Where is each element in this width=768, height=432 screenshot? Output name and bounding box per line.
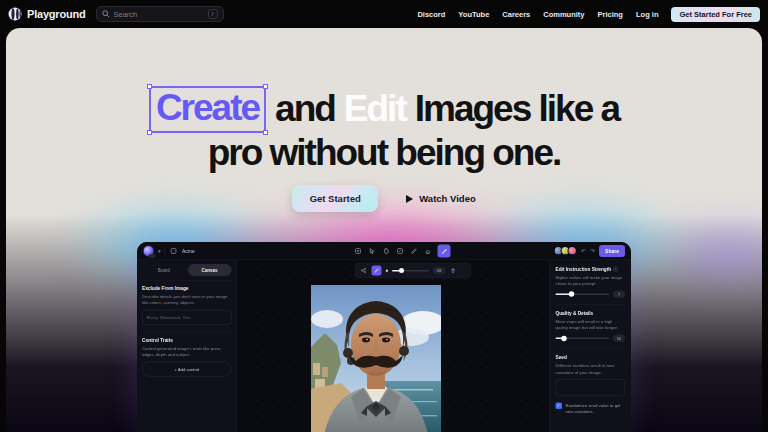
tab-canvas[interactable]: Canvas — [188, 264, 232, 276]
create-word-selection-box[interactable]: Create — [149, 86, 266, 133]
share-button[interactable]: Share — [599, 245, 625, 257]
search-box[interactable]: / — [96, 6, 224, 22]
brush-icon-active[interactable] — [372, 266, 382, 276]
left-sidebar: Board Canvas Exclude From Image Describe… — [137, 260, 237, 432]
generated-image-portrait[interactable] — [311, 285, 441, 432]
search-icon — [102, 10, 110, 18]
play-icon — [406, 195, 413, 203]
pencil-tool-icon[interactable] — [410, 247, 419, 256]
right-sidebar: Edit Instruction Strength i Higher value… — [549, 260, 631, 432]
brush-tool-icon-active[interactable] — [438, 245, 451, 258]
brand-name: Playground — [27, 8, 86, 20]
aurora-glow-purple-right — [654, 210, 762, 295]
redo-icon[interactable]: ↷ — [590, 248, 595, 254]
top-navbar: Playground / Discord YouTube Careers Com… — [0, 0, 768, 28]
hero-heading: Create and Edit Images like a pro withou… — [6, 86, 762, 173]
heading-word-edit: Edit — [344, 89, 406, 130]
get-started-free-button[interactable]: Get Started For Free — [671, 7, 760, 22]
control-traits-title: Control Traits — [142, 337, 232, 343]
slider-thumb[interactable] — [569, 291, 575, 297]
quality-slider[interactable] — [556, 338, 610, 340]
search-input[interactable] — [114, 10, 204, 19]
search-shortcut-badge: / — [208, 9, 218, 19]
exclude-input[interactable] — [142, 310, 232, 325]
eraser-tool-icon[interactable] — [424, 247, 433, 256]
app-logo-icon[interactable] — [143, 245, 154, 256]
nav-link-careers[interactable]: Careers — [502, 10, 530, 19]
strength-desc: Higher values will make your image close… — [556, 274, 626, 286]
divider — [165, 246, 166, 255]
divider — [556, 348, 626, 349]
app-topbar: ▾ Acme — [137, 242, 631, 260]
randomize-seed-label: Randomize seed value to get new variatio… — [566, 402, 626, 414]
nav-link-pricing[interactable]: Pricing — [598, 10, 623, 19]
exclude-title: Exclude From Image — [142, 286, 232, 292]
heading-word-and: and — [275, 89, 335, 130]
watch-video-button[interactable]: Watch Video — [406, 193, 475, 204]
nav-link-discord[interactable]: Discord — [417, 10, 445, 19]
canvas-area[interactable]: 68 — [237, 260, 549, 432]
collaborator-avatars — [554, 246, 578, 256]
slider-thumb[interactable] — [399, 268, 404, 273]
playground-logo-icon — [8, 7, 22, 21]
pan-hand-icon[interactable] — [382, 247, 391, 256]
divider — [556, 304, 626, 305]
strength-title: Edit Instruction Strength — [556, 266, 612, 272]
app-window: ▾ Acme — [137, 242, 631, 432]
edit-image-icon[interactable] — [396, 247, 405, 256]
seed-desc: Different numbers result in new variatio… — [556, 363, 626, 375]
brush-toolbar: 68 — [355, 263, 471, 278]
brush-size-value: 68 — [433, 267, 445, 275]
tab-board[interactable]: Board — [142, 264, 186, 276]
nav-link-login[interactable]: Log in — [636, 10, 659, 19]
undo-icon[interactable]: ↶ — [581, 248, 586, 254]
add-control-button[interactable]: + Add control — [142, 362, 232, 377]
seed-title: Seed — [556, 355, 626, 361]
project-name[interactable]: Acme — [182, 248, 195, 254]
brand[interactable]: Playground — [8, 7, 86, 21]
brush-size-dot — [386, 269, 389, 272]
divider — [142, 331, 232, 332]
heading-rest-line1: Images like a — [415, 89, 619, 130]
get-started-button[interactable]: Get Started — [292, 185, 378, 212]
select-cursor-icon[interactable] — [368, 247, 377, 256]
plan-badge — [149, 254, 156, 258]
selection-handle[interactable] — [263, 130, 268, 135]
brush-size-slider[interactable] — [392, 270, 429, 272]
quality-desc: More steps will result in a high quality… — [556, 318, 626, 330]
selection-handle[interactable] — [147, 130, 152, 135]
chevron-down-icon[interactable]: ▾ — [158, 248, 161, 254]
heading-word-create: Create — [156, 87, 259, 128]
control-traits-desc: Control generated image's traits like po… — [142, 345, 232, 357]
heading-line2: pro without being one. — [6, 133, 762, 174]
randomize-seed-checkbox[interactable]: ✓ — [556, 402, 563, 409]
seed-input[interactable] — [556, 379, 626, 396]
trash-icon[interactable] — [449, 267, 457, 275]
selection-handle[interactable] — [263, 84, 268, 89]
strength-value: 7 — [613, 290, 625, 298]
mask-tool-icon[interactable] — [360, 267, 368, 275]
board-icon[interactable] — [169, 246, 178, 255]
new-board-icon[interactable] — [354, 247, 363, 256]
strength-slider[interactable] — [556, 293, 610, 295]
nav-link-community[interactable]: Community — [543, 10, 584, 19]
watch-video-label: Watch Video — [419, 193, 475, 204]
exclude-desc: Describe details you don't want in your … — [142, 294, 232, 306]
tool-palette — [354, 242, 451, 260]
quality-value: 50 — [613, 335, 625, 343]
avatar[interactable] — [568, 246, 578, 256]
selection-handle[interactable] — [147, 84, 152, 89]
slider-thumb[interactable] — [561, 336, 567, 342]
hero-section: Create and Edit Images like a pro withou… — [6, 28, 762, 432]
info-icon[interactable]: i — [613, 266, 618, 271]
quality-title: Quality & Details — [556, 310, 626, 316]
nav-link-youtube[interactable]: YouTube — [458, 10, 489, 19]
